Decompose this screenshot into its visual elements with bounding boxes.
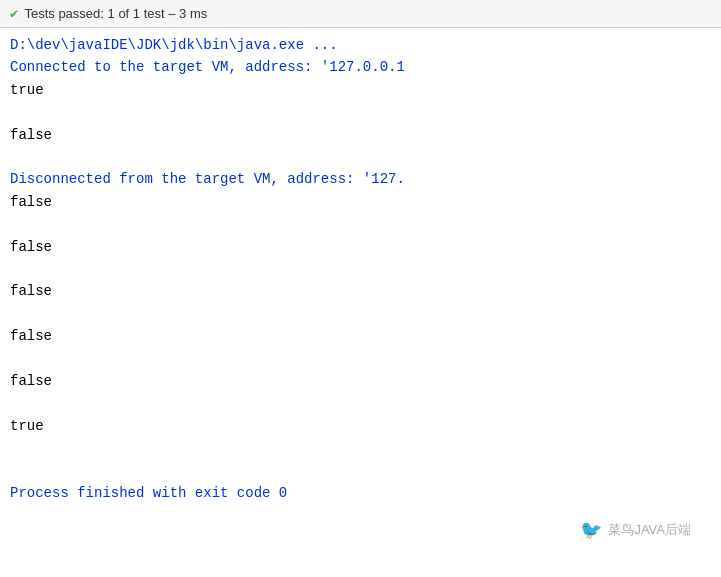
top-bar: ✔ Tests passed: 1 of 1 test – 3 ms: [0, 0, 721, 28]
console-line: true: [10, 79, 711, 101]
top-bar-text: Tests passed: 1 of 1 test – 3 ms: [24, 6, 207, 21]
console-line: false: [10, 191, 711, 213]
tests-label: Tests passed:: [24, 6, 107, 21]
watermark-text: 菜鸟JAVA后端: [608, 521, 691, 539]
console-empty-line: [10, 392, 711, 414]
console-line: Connected to the target VM, address: '12…: [10, 56, 711, 78]
watermark-bird-icon: 🐦: [580, 519, 602, 541]
console-line: true: [10, 415, 711, 437]
console-empty-line: [10, 303, 711, 325]
console-empty-line: [10, 146, 711, 168]
console-empty-line: [10, 437, 711, 459]
tests-count: 1: [108, 6, 115, 21]
check-icon: ✔: [10, 5, 18, 22]
console-empty-line: [10, 213, 711, 235]
console-empty-line: [10, 347, 711, 369]
console-empty-line: [10, 459, 711, 481]
console-line: Process finished with exit code 0: [10, 482, 711, 504]
console-empty-line: [10, 101, 711, 123]
console-area: D:\dev\javaIDE\JDK\jdk\bin\java.exe ...C…: [0, 28, 721, 577]
console-line: D:\dev\javaIDE\JDK\jdk\bin\java.exe ...: [10, 34, 711, 56]
console-line: false: [10, 370, 711, 392]
console-empty-line: [10, 258, 711, 280]
watermark: 🐦 菜鸟JAVA后端: [580, 519, 691, 541]
console-line: Disconnected from the target VM, address…: [10, 168, 711, 190]
console-line: false: [10, 124, 711, 146]
console-line: false: [10, 280, 711, 302]
tests-separator: of 1 test – 3 ms: [115, 6, 208, 21]
console-line: false: [10, 325, 711, 347]
console-line: false: [10, 236, 711, 258]
